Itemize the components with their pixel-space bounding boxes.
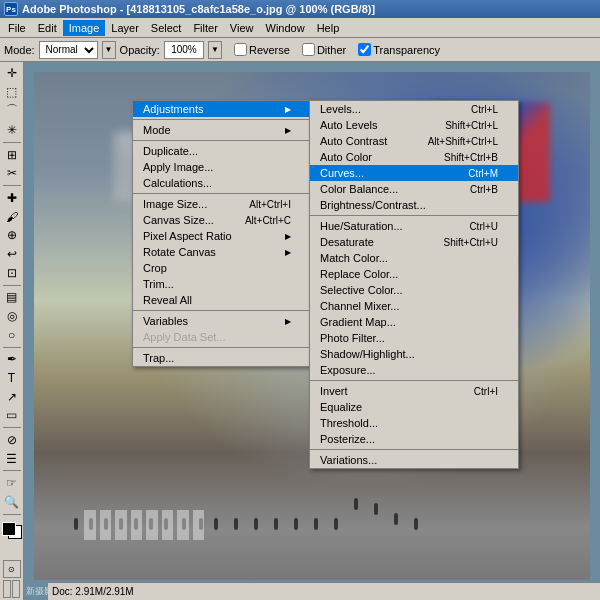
menu-item-variables[interactable]: Variables ▶ [133,313,311,329]
adj-desaturate[interactable]: Desaturate Shift+Ctrl+U [310,234,518,250]
eyedropper-tool[interactable]: ⊘ [2,431,22,449]
lasso-tool[interactable]: ⌒ [2,101,22,120]
mode-select[interactable]: Normal [39,41,98,59]
adj-levels[interactable]: Levels... Ctrl+L [310,101,518,117]
eraser-tool[interactable]: ⊡ [2,264,22,282]
adj-gradient-map[interactable]: Gradient Map... [310,314,518,330]
shape-tool[interactable]: ▭ [2,407,22,425]
standard-mode[interactable] [3,580,11,598]
menu-help[interactable]: Help [311,20,346,36]
quick-mask-tool[interactable]: ⊙ [3,560,21,578]
mode-arrow: ▶ [285,126,291,135]
menu-item-canvas-size[interactable]: Canvas Size... Alt+Ctrl+C [133,212,311,228]
separator [310,380,518,381]
adj-exposure[interactable]: Exposure... [310,362,518,378]
adj-match-color[interactable]: Match Color... [310,250,518,266]
notes-tool[interactable]: ☰ [2,450,22,468]
adj-auto-contrast[interactable]: Auto Contrast Alt+Shift+Ctrl+L [310,133,518,149]
menu-item-rotate-canvas[interactable]: Rotate Canvas ▶ [133,244,311,260]
tool-divider-7 [3,514,21,515]
menu-item-apply-image[interactable]: Apply Image... [133,159,311,175]
hand-tool[interactable]: ☞ [2,474,22,492]
reverse-group: Reverse [234,43,290,56]
image-size-shortcut: Alt+Ctrl+I [249,199,291,210]
adj-shadow-highlight[interactable]: Shadow/Highlight... [310,346,518,362]
menu-window[interactable]: Window [260,20,311,36]
separator [133,347,311,348]
full-mode[interactable] [12,580,20,598]
menu-item-trim[interactable]: Trim... [133,276,311,292]
adj-replace-color[interactable]: Replace Color... [310,266,518,282]
menu-file[interactable]: File [2,20,32,36]
window-title: Adobe Photoshop - [418813105_c8afc1a58e_… [22,3,375,15]
adj-color-balance[interactable]: Color Balance... Ctrl+B [310,181,518,197]
menu-item-duplicate[interactable]: Duplicate... [133,143,311,159]
color-swatches[interactable] [2,522,22,539]
marquee-tool[interactable]: ⬚ [2,83,22,101]
menu-item-image-size[interactable]: Image Size... Alt+Ctrl+I [133,196,311,212]
opacity-label: Opacity: [120,44,160,56]
separator [133,140,311,141]
menu-item-crop[interactable]: Crop [133,260,311,276]
adj-photo-filter[interactable]: Photo Filter... [310,330,518,346]
separator [133,193,311,194]
menu-layer[interactable]: Layer [105,20,145,36]
adj-brightness-contrast[interactable]: Brightness/Contrast... [310,197,518,213]
slice-tool[interactable]: ✂ [2,165,22,183]
status-info: Doc: 2.91M/2.91M [52,586,134,597]
brush-tool[interactable]: 🖌 [2,208,22,226]
dodge-tool[interactable]: ○ [2,326,22,344]
crop-tool[interactable]: ⊞ [2,146,22,164]
mode-label: Mode: [4,44,35,56]
adj-variations[interactable]: Variations... [310,452,518,468]
zoom-tool[interactable]: 🔍 [2,493,22,511]
auto-color-shortcut: Shift+Ctrl+B [444,152,498,163]
adj-invert[interactable]: Invert Ctrl+I [310,383,518,399]
magic-wand-tool[interactable]: ✳ [2,121,22,139]
healing-tool[interactable]: ✚ [2,189,22,207]
reverse-checkbox[interactable] [234,43,247,56]
adj-equalize[interactable]: Equalize [310,399,518,415]
adj-selective-color[interactable]: Selective Color... [310,282,518,298]
variables-arrow: ▶ [285,317,291,326]
menu-filter[interactable]: Filter [187,20,223,36]
levels-shortcut: Ctrl+L [471,104,498,115]
adj-threshold[interactable]: Threshold... [310,415,518,431]
menu-edit[interactable]: Edit [32,20,63,36]
opacity-arrow[interactable]: ▼ [208,41,222,59]
menu-item-mode[interactable]: Mode ▶ [133,122,311,138]
foreground-color[interactable] [2,522,16,536]
menu-item-pixel-aspect[interactable]: Pixel Aspect Ratio ▶ [133,228,311,244]
move-tool[interactable]: ✛ [2,64,22,82]
adj-posterize[interactable]: Posterize... [310,431,518,447]
menu-item-adjustments[interactable]: Adjustments ▶ [133,101,311,117]
dither-checkbox[interactable] [302,43,315,56]
desaturate-shortcut: Shift+Ctrl+U [444,237,498,248]
menu-item-calculations[interactable]: Calculations... [133,175,311,191]
adj-auto-levels[interactable]: Auto Levels Shift+Ctrl+L [310,117,518,133]
blur-tool[interactable]: ◎ [2,307,22,325]
path-select-tool[interactable]: ↗ [2,388,22,406]
menu-image[interactable]: Image [63,20,106,36]
adj-auto-color[interactable]: Auto Color Shift+Ctrl+B [310,149,518,165]
type-tool[interactable]: T [2,369,22,387]
adj-channel-mixer[interactable]: Channel Mixer... [310,298,518,314]
transparency-checkbox[interactable] [358,43,371,56]
menu-item-reveal-all[interactable]: Reveal All [133,292,311,308]
clone-tool[interactable]: ⊕ [2,227,22,245]
separator [310,215,518,216]
status-bar: Doc: 2.91M/2.91M [48,582,600,600]
adj-curves[interactable]: Curves... Ctrl+M [310,165,518,181]
adj-hue-saturation[interactable]: Hue/Saturation... Ctrl+U [310,218,518,234]
menu-select[interactable]: Select [145,20,188,36]
pen-tool[interactable]: ✒ [2,350,22,368]
menu-item-apply-data: Apply Data Set... [133,329,311,345]
opacity-input[interactable] [164,41,204,59]
menu-view[interactable]: View [224,20,260,36]
people-area [34,460,590,540]
gradient-tool[interactable]: ▤ [2,289,22,307]
screen-mode-buttons [3,580,21,598]
history-tool[interactable]: ↩ [2,245,22,263]
mode-arrow[interactable]: ▼ [102,41,116,59]
menu-item-trap[interactable]: Trap... [133,350,311,366]
